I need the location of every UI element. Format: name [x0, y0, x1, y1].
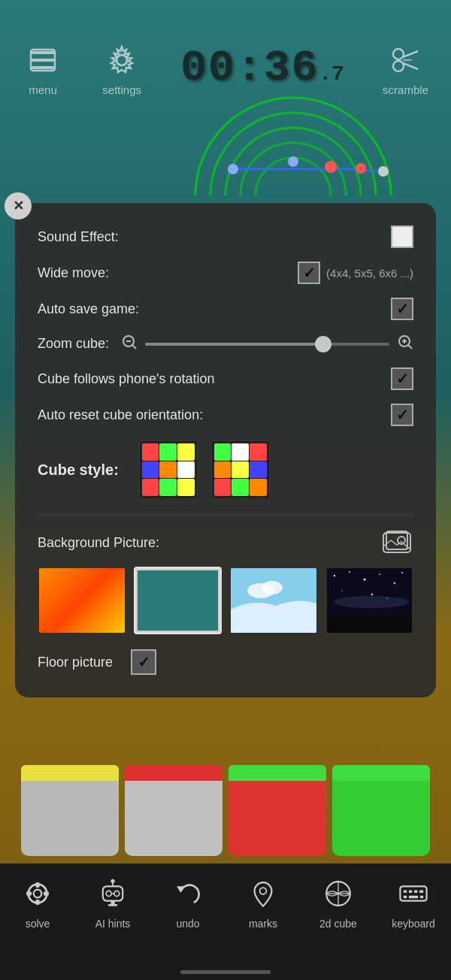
- 2d-cube-icon: [319, 874, 358, 913]
- floor-picture-checkmark: ✓: [138, 653, 150, 671]
- header: menu settings 00:36 .7 scramble: [0, 0, 451, 135]
- svg-point-35: [363, 579, 365, 581]
- auto-save-checkbox[interactable]: ✓: [391, 298, 413, 320]
- svg-rect-66: [419, 891, 423, 894]
- settings-button[interactable]: settings: [101, 40, 142, 96]
- auto-reset-label: Auto reset cube orientation:: [38, 407, 391, 423]
- nav-2d-cube[interactable]: 2d cube: [301, 874, 376, 930]
- svg-rect-9: [31, 66, 55, 69]
- cube-piece-3: [229, 781, 326, 856]
- cube-style-1[interactable]: [138, 440, 198, 500]
- bg-orange: [39, 568, 125, 633]
- nav-undo[interactable]: undo: [150, 874, 226, 930]
- auto-save-checkmark: ✓: [396, 300, 409, 318]
- svg-point-11: [117, 55, 127, 65]
- cube-follows-row: Cube follows phone's rotation ✓: [38, 368, 413, 390]
- svg-marker-57: [177, 886, 185, 893]
- cube-style-2[interactable]: [210, 440, 271, 500]
- bg-picture-label: Background Picture:: [38, 535, 380, 551]
- cube-follows-checkbox[interactable]: ✓: [391, 368, 413, 390]
- bg-thumb-orange[interactable]: [38, 567, 126, 634]
- svg-rect-65: [414, 891, 417, 894]
- bg-night: [327, 568, 413, 633]
- svg-rect-46: [35, 900, 39, 905]
- svg-point-38: [401, 572, 403, 573]
- bottom-nav: solve AI hints u: [0, 864, 451, 980]
- undo-icon: [168, 874, 207, 913]
- svg-line-14: [403, 51, 418, 57]
- zoom-plus-icon: [397, 334, 413, 354]
- svg-point-33: [333, 575, 334, 576]
- sound-effect-checkbox[interactable]: [391, 225, 413, 248]
- bg-thumb-teal[interactable]: [134, 567, 222, 634]
- bg-thumbnails: [38, 567, 413, 634]
- bg-picture-row: Background Picture:: [38, 529, 413, 556]
- svg-point-42: [334, 596, 409, 608]
- svg-point-13: [393, 61, 404, 71]
- sound-effect-row: Sound Effect:: [38, 225, 413, 248]
- nav-solve[interactable]: solve: [0, 874, 75, 930]
- scramble-label: scramble: [383, 83, 428, 96]
- svg-rect-64: [409, 891, 412, 894]
- close-icon: ✕: [13, 198, 24, 214]
- cube-follows-label: Cube follows phone's rotation: [38, 371, 391, 387]
- settings-panel: ✕ Sound Effect: Wide move: ✓ (4x4, 5x5, …: [15, 203, 436, 697]
- solve-icon: [18, 874, 57, 913]
- keyboard-icon: [394, 874, 433, 913]
- svg-rect-45: [35, 882, 39, 888]
- 2d-cube-label: 2d cube: [319, 918, 357, 930]
- nav-keyboard[interactable]: keyboard: [376, 874, 451, 930]
- scramble-button[interactable]: scramble: [383, 40, 428, 96]
- cube-piece-4: [332, 781, 430, 856]
- svg-rect-53: [110, 901, 114, 904]
- svg-point-12: [393, 49, 404, 59]
- menu-icon: [23, 40, 63, 80]
- settings-label: settings: [102, 83, 141, 96]
- solve-label: solve: [26, 918, 50, 930]
- svg-point-51: [114, 891, 120, 896]
- zoom-slider[interactable]: [145, 343, 389, 346]
- menu-button[interactable]: menu: [23, 40, 63, 96]
- auto-reset-checkmark: ✓: [396, 406, 409, 424]
- keyboard-label: keyboard: [392, 918, 435, 930]
- wide-move-note: (4x4, 5x5, 6x6 ...): [326, 267, 413, 280]
- close-button[interactable]: ✕: [5, 192, 32, 219]
- svg-point-36: [379, 573, 380, 575]
- bg-thumb-night[interactable]: [325, 567, 414, 634]
- svg-point-58: [260, 888, 267, 894]
- zoom-minus-icon: [121, 334, 138, 354]
- settings-icon: [101, 40, 142, 80]
- ai-hints-label: AI hints: [95, 918, 131, 930]
- svg-point-6: [378, 166, 389, 177]
- svg-rect-67: [404, 896, 407, 899]
- bg-teal: [136, 569, 220, 632]
- svg-rect-54: [108, 904, 117, 906]
- cube-piece-2: [125, 781, 222, 856]
- auto-reset-row: Auto reset cube orientation: ✓: [38, 404, 413, 426]
- bg-upload-button[interactable]: [380, 529, 413, 556]
- zoom-cube-label: Zoom cube:: [38, 336, 109, 352]
- svg-rect-7: [31, 51, 55, 54]
- auto-save-label: Auto save game:: [38, 301, 391, 317]
- bg-thumb-sky[interactable]: [229, 567, 318, 634]
- svg-rect-63: [404, 891, 407, 894]
- floor-picture-row: Floor picture ✓: [38, 649, 413, 675]
- cube-style-label: Cube style:: [38, 461, 119, 479]
- svg-point-34: [349, 571, 350, 573]
- svg-rect-62: [400, 886, 426, 900]
- floor-picture-checkbox[interactable]: ✓: [131, 649, 156, 675]
- wide-move-row: Wide move: ✓ (4x4, 5x5, 6x6 ...): [38, 262, 413, 284]
- svg-point-56: [110, 879, 114, 883]
- cube-follows-checkmark: ✓: [396, 370, 409, 388]
- auto-reset-checkbox[interactable]: ✓: [391, 404, 413, 426]
- svg-rect-47: [26, 891, 32, 895]
- svg-rect-48: [44, 891, 49, 895]
- svg-rect-68: [409, 896, 418, 899]
- wide-move-checkbox[interactable]: ✓: [298, 262, 320, 284]
- auto-save-row: Auto save game: ✓: [38, 298, 413, 320]
- wide-move-checkmark: ✓: [303, 264, 316, 282]
- svg-point-5: [356, 163, 366, 174]
- nav-marks[interactable]: marks: [226, 874, 301, 930]
- nav-ai-hints[interactable]: AI hints: [75, 874, 150, 930]
- cube-piece-1: [21, 781, 119, 856]
